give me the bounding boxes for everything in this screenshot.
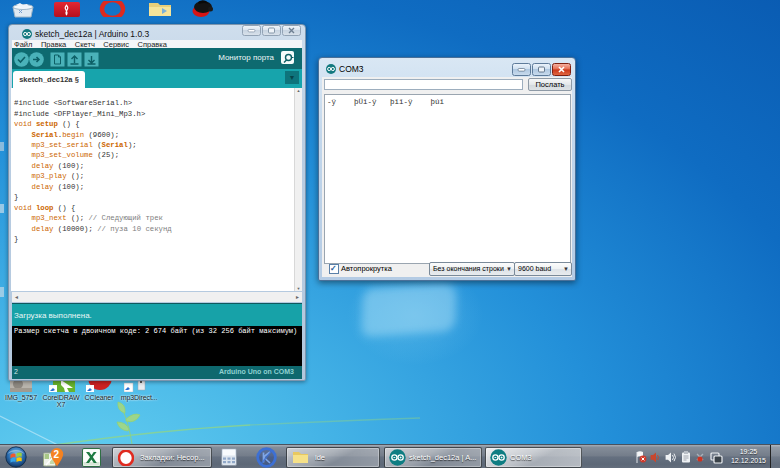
svg-text:2: 2 bbox=[54, 449, 60, 460]
